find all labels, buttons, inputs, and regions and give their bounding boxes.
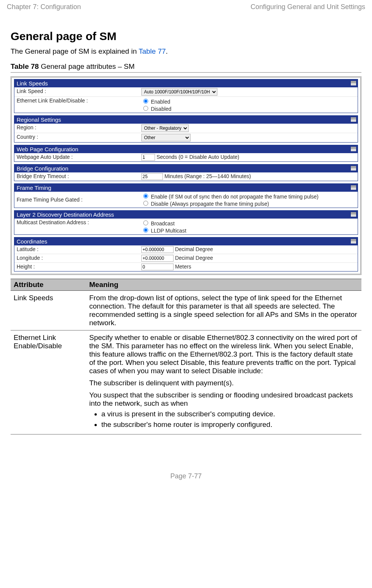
input-latitude[interactable]: [141, 246, 174, 253]
panel-header-regional: Regional Settings: [14, 116, 358, 124]
input-auto-update[interactable]: [141, 154, 155, 161]
radio-eth-enabled-label: Enabled: [141, 98, 355, 105]
row-eth-link-enable: Ethernet Link Enable/Disable : Enabled D…: [14, 96, 358, 113]
radio-eth-disabled-label: Disabled: [141, 105, 355, 112]
panel-header-coordinates: Coordinates: [14, 237, 358, 245]
intro-text: The General page of SM is explained in T…: [11, 47, 361, 56]
row-latitude: Latitude : Decimal Degree: [14, 245, 358, 254]
bold-disable-2: Disable: [212, 367, 236, 375]
radio-frame-enable-text: Enable (If SM out of sync then do not pr…: [151, 194, 319, 200]
bold-disable: Disable: [181, 358, 205, 366]
label-frame-timing: Frame Timing Pulse Gated :: [17, 197, 141, 203]
intro-prefix: The General page of SM is explained in: [11, 47, 139, 55]
table-caption: Table 78 General page attributes – SM: [11, 62, 361, 73]
header-left: Chapter 7: Configuration: [7, 3, 81, 11]
label-multicast-dest: Multicast Destination Address :: [17, 219, 141, 225]
bullet-list: a virus is present in the subscriber's c…: [89, 410, 358, 429]
suffix-auto-update: Seconds (0 = Disable Auto Update): [157, 154, 239, 160]
radio-eth-disabled-text: Disabled: [151, 106, 171, 112]
row-multicast-dest: Multicast Destination Address : Broadcas…: [14, 219, 358, 234]
text-span: Specify whether to enable or disable Eth…: [89, 334, 357, 350]
radio-lldp-text: LLDP Multicast: [151, 228, 186, 234]
table-caption-bold: Table 78: [11, 62, 39, 70]
select-country[interactable]: Other: [141, 134, 191, 141]
row-longitude: Longitude : Decimal Degree: [14, 254, 358, 262]
panel-header-layer2: Layer 2 Discovery Destination Address: [14, 211, 358, 219]
radio-eth-enabled-text: Enabled: [151, 99, 170, 105]
suffix-bridge-timeout: Minutes (Range : 25—1440 Minutes): [164, 173, 251, 179]
label-link-speed: Link Speed :: [17, 88, 141, 94]
select-link-speed[interactable]: Auto 1000F/100F/100H/10F/10H: [141, 88, 217, 96]
th-meaning: Meaning: [86, 279, 361, 291]
list-item: a virus is present in the subscriber's c…: [101, 410, 358, 418]
row-region: Region : Other - Regulatory: [14, 124, 358, 133]
meaning-text: From the drop-down list of options, sele…: [89, 294, 358, 327]
suffix-latitude: Decimal Degree: [175, 246, 213, 252]
radio-broadcast-label: Broadcast: [141, 219, 355, 227]
radio-lldp[interactable]: [143, 228, 148, 233]
row-bridge-timeout: Bridge Entry Timeout : Minutes (Range : …: [14, 172, 358, 181]
page-title: General page of SM: [11, 30, 361, 43]
suffix-longitude: Decimal Degree: [175, 255, 213, 261]
text-span: include:: [236, 367, 263, 375]
attr-cell-eth-link: Ethernet Link Enable/Disable: [11, 330, 86, 434]
attribute-table: Attribute Meaning Link Speeds From the d…: [11, 279, 361, 434]
label-longitude: Longitude :: [17, 255, 141, 261]
radio-broadcast[interactable]: [143, 220, 148, 225]
meaning-text: You suspect that the subscriber is sendi…: [89, 391, 358, 408]
attr-cell-link-speeds: Link Speeds: [11, 291, 86, 330]
meaning-cell-eth-link: Specify whether to enable or disable Eth…: [86, 330, 361, 434]
meaning-text: Specify whether to enable or disable Eth…: [89, 334, 358, 375]
intro-suffix: .: [166, 47, 168, 55]
label-height: Height :: [17, 264, 141, 270]
row-auto-update: Webpage Auto Update : Seconds (0 = Disab…: [14, 153, 358, 161]
radio-eth-disabled[interactable]: [143, 106, 148, 111]
radio-lldp-label: LLDP Multicast: [141, 227, 355, 234]
radio-frame-enable[interactable]: [143, 194, 148, 199]
radio-broadcast-text: Broadcast: [151, 220, 175, 227]
panel-coordinates: Coordinates Latitude : Decimal Degree Lo…: [14, 237, 358, 272]
radio-frame-enable-label: Enable (If SM out of sync then do not pr…: [141, 192, 355, 200]
panel-layer2: Layer 2 Discovery Destination Address Mu…: [14, 210, 358, 235]
input-bridge-timeout[interactable]: [141, 173, 163, 180]
meaning-text: The subscriber is delinquent with paymen…: [89, 379, 358, 387]
table-row: Ethernet Link Enable/Disable Specify whe…: [11, 330, 361, 434]
panel-header-frame-timing: Frame Timing: [14, 184, 358, 192]
th-attribute: Attribute: [11, 279, 86, 291]
row-link-speed: Link Speed : Auto 1000F/100F/100H/10F/10…: [14, 87, 358, 96]
input-longitude[interactable]: [141, 255, 174, 262]
page-header: Chapter 7: Configuration Configuring Gen…: [7, 0, 365, 11]
select-region[interactable]: Other - Regulatory: [141, 124, 189, 132]
panel-webpage: Web Page Configuration Webpage Auto Upda…: [14, 145, 358, 162]
panel-frame-timing: Frame Timing Frame Timing Pulse Gated : …: [14, 183, 358, 208]
table-caption-rest: General page attributes – SM: [39, 62, 135, 70]
page-footer: Page 7-77: [7, 472, 365, 484]
input-height[interactable]: [141, 264, 174, 270]
panel-link-speeds: Link Speeds Link Speed : Auto 1000F/100F…: [14, 79, 358, 113]
list-item: the subscriber's home router is improper…: [101, 420, 358, 429]
radio-frame-disable-label: Disable (Always propagate the frame timi…: [141, 200, 355, 207]
label-latitude: Latitude :: [17, 246, 141, 252]
label-country: Country :: [17, 134, 141, 140]
row-country: Country : Other: [14, 133, 358, 142]
row-frame-timing: Frame Timing Pulse Gated : Enable (If SM…: [14, 192, 358, 208]
panel-bridge: Bridge Configuration Bridge Entry Timeou…: [14, 164, 358, 181]
suffix-height: Meters: [175, 264, 191, 270]
label-region: Region :: [17, 124, 141, 130]
panel-regional: Regional Settings Region : Other - Regul…: [14, 115, 358, 143]
table-row: Link Speeds From the drop-down list of o…: [11, 291, 361, 330]
label-eth-link-enable: Ethernet Link Enable/Disable :: [17, 98, 141, 104]
config-screenshot: Link Speeds Link Speed : Auto 1000F/100F…: [11, 76, 361, 275]
radio-eth-enabled[interactable]: [143, 99, 148, 104]
panel-header-webpage: Web Page Configuration: [14, 145, 358, 153]
panel-header-link-speeds: Link Speeds: [14, 79, 358, 87]
row-height: Height : Meters: [14, 262, 358, 271]
bold-enable: Enable: [329, 342, 351, 350]
panel-header-bridge: Bridge Configuration: [14, 164, 358, 172]
label-bridge-timeout: Bridge Entry Timeout :: [17, 173, 141, 179]
table-77-link[interactable]: Table 77: [139, 47, 166, 55]
radio-frame-disable-text: Disable (Always propagate the frame timi…: [151, 201, 269, 207]
label-auto-update: Webpage Auto Update :: [17, 154, 141, 160]
radio-frame-disable[interactable]: [143, 201, 148, 206]
meaning-cell-link-speeds: From the drop-down list of options, sele…: [86, 291, 361, 330]
